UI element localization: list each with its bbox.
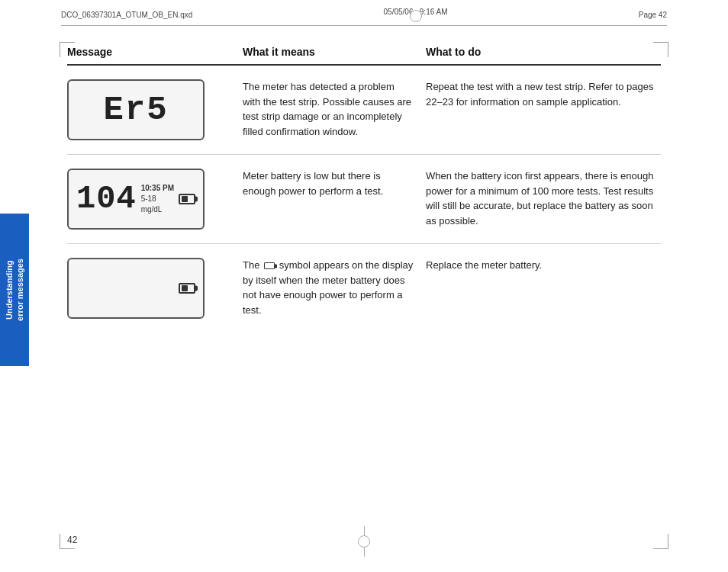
- column-headers: Message What it means What to do: [67, 46, 661, 66]
- table-row: Er5 The meter has detected a problem wit…: [67, 66, 661, 155]
- registration-circle: [410, 10, 422, 22]
- battery-body-large: [179, 283, 195, 294]
- cell-message-battery-low: 104 10:35 PM 5-18 mg/dL: [67, 169, 243, 230]
- col-header-what-to-do: What to do: [426, 46, 661, 58]
- table-row: 104 10:35 PM 5-18 mg/dL: [67, 155, 661, 244]
- battery-icon-display: [179, 194, 195, 204]
- meter-unit: mg/dL: [141, 204, 174, 215]
- main-content: Message What it means What to do Er5 The…: [67, 46, 661, 534]
- cell-means-battery-low: Meter battery is low but there is enough…: [243, 169, 426, 198]
- cell-todo-er5: Repeat the test with a new test strip. R…: [426, 79, 661, 109]
- meter-date: 5-18: [141, 194, 174, 204]
- col-header-what-it-means: What it means: [243, 46, 426, 58]
- cell-todo-battery-low: When the battery icon first appears, the…: [426, 169, 661, 228]
- battery-fill: [182, 196, 188, 202]
- empty-display-box: [67, 258, 205, 319]
- cell-means-battery-dead: The symbol appears on the display by its…: [243, 258, 426, 317]
- header-page: Page 42: [639, 11, 667, 19]
- cell-todo-battery-dead: Replace the meter battery.: [426, 258, 661, 273]
- cell-message-er5: Er5: [67, 79, 243, 140]
- corner-mark-br: [653, 534, 668, 549]
- page-number: 42: [67, 535, 77, 545]
- cell-message-battery-dead: [67, 258, 243, 319]
- battery-inline-icon: [264, 262, 275, 269]
- er5-display-box: Er5: [67, 79, 205, 140]
- battery-body: [179, 194, 195, 204]
- top-header: DCO_06397301A_OTUM_OB_EN.qxd 05/05/06 9:…: [61, 8, 667, 26]
- bottom-line-top: [364, 526, 365, 535]
- meter-display-content: 104 10:35 PM 5-18 mg/dL: [69, 176, 203, 222]
- header-filename: DCO_06397301A_OTUM_OB_EN.qxd: [61, 11, 192, 19]
- cell-means-er5: The meter has detected a problem with th…: [243, 79, 426, 139]
- meter-time: 10:35 PM: [141, 183, 174, 194]
- cell-means-prefix: The: [243, 259, 259, 271]
- battery-fill-large: [182, 285, 188, 291]
- registration-circle-bottom: [358, 535, 370, 548]
- header-center: 05/05/06 9:16 AM: [384, 8, 448, 22]
- side-tab-text: Understanding error messages: [4, 259, 26, 321]
- meter-display-box: 104 10:35 PM 5-18 mg/dL: [67, 169, 205, 230]
- bottom-center-mark: [358, 526, 370, 557]
- table-row: The symbol appears on the display by its…: [67, 244, 661, 333]
- er5-reading: Er5: [103, 91, 168, 129]
- meter-side-info: 10:35 PM 5-18 mg/dL: [141, 183, 174, 215]
- side-tab: Understanding error messages: [0, 214, 29, 366]
- battery-icon: [179, 194, 195, 204]
- battery-symbol-large: [179, 283, 195, 294]
- col-header-message: Message: [67, 46, 243, 58]
- empty-display-content: [69, 278, 203, 298]
- bottom-line-bottom: [364, 548, 365, 557]
- meter-main-number: 104: [76, 181, 137, 217]
